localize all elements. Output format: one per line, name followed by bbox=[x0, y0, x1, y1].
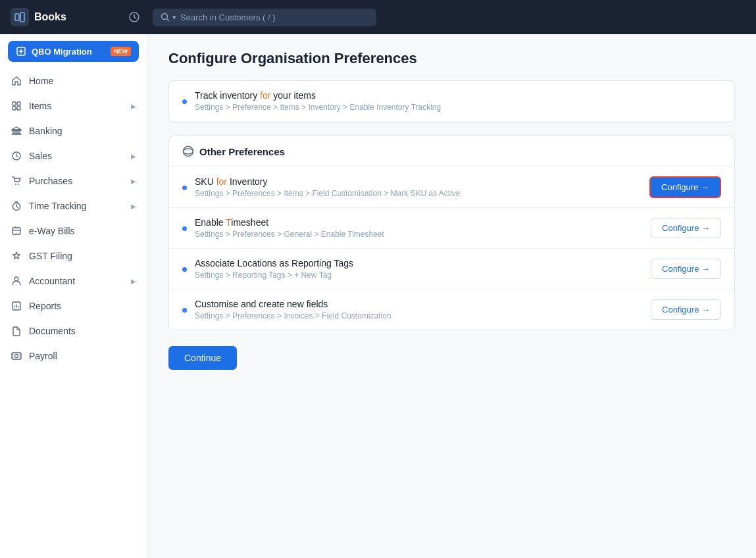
sidebar-item-eway-bills[interactable]: e-Way Bills bbox=[0, 218, 147, 243]
custom-fields-path: Settings > Preferences > Invoices > Fiel… bbox=[195, 311, 643, 320]
items-icon bbox=[11, 100, 22, 112]
main-layout: QBO Migration NEW Home Items ▶ Banking bbox=[0, 34, 756, 558]
qbo-icon bbox=[16, 46, 26, 57]
sku-for-highlight: for bbox=[216, 176, 227, 187]
svg-rect-0 bbox=[15, 14, 19, 20]
sidebar-sales-label: Sales bbox=[29, 151, 124, 161]
svg-point-22 bbox=[184, 147, 193, 157]
svg-point-3 bbox=[162, 14, 168, 20]
sku-path: Settings > Preferences > Items > Field C… bbox=[195, 189, 642, 198]
sidebar-payroll-label: Payroll bbox=[29, 351, 136, 361]
track-title: Track inventory for your items bbox=[195, 90, 721, 101]
purchases-chevron: ▶ bbox=[131, 178, 136, 185]
reports-icon bbox=[11, 300, 22, 312]
svg-point-14 bbox=[18, 184, 19, 185]
other-pref-icon bbox=[182, 145, 194, 157]
custom-fields-content: Customise and create new fields Settings… bbox=[195, 299, 643, 320]
new-badge: NEW bbox=[111, 47, 131, 56]
configure-sku-button[interactable]: Configure → bbox=[649, 176, 721, 198]
track-inventory-row: Track inventory for your items Settings … bbox=[169, 81, 734, 122]
svg-point-20 bbox=[15, 355, 18, 358]
track-dot bbox=[182, 99, 187, 104]
svg-rect-10 bbox=[16, 130, 17, 134]
sku-dot bbox=[182, 186, 187, 190]
locations-content: Associate Locations as Reporting Tags Se… bbox=[195, 258, 643, 280]
accountant-icon bbox=[11, 275, 22, 287]
timesheet-t-highlight: T bbox=[226, 217, 231, 228]
pref-row-locations: Associate Locations as Reporting Tags Se… bbox=[169, 249, 734, 290]
documents-icon bbox=[11, 325, 22, 337]
gst-icon bbox=[11, 250, 22, 262]
svg-rect-9 bbox=[13, 130, 14, 134]
sales-icon bbox=[11, 150, 22, 162]
svg-rect-1 bbox=[20, 13, 24, 22]
timesheet-path: Settings > Preferences > General > Enabl… bbox=[195, 230, 643, 239]
timetracking-chevron: ▶ bbox=[131, 203, 136, 210]
accountant-chevron: ▶ bbox=[131, 278, 136, 285]
timesheet-content: Enable Timesheet Settings > Preferences … bbox=[195, 217, 643, 239]
locations-title: Associate Locations as Reporting Tags bbox=[195, 258, 643, 268]
locations-path: Settings > Reporting Tags > + New Tag bbox=[195, 270, 643, 280]
sidebar-gst-label: GST Filing bbox=[29, 251, 136, 261]
sidebar-item-sales[interactable]: Sales ▶ bbox=[0, 143, 147, 168]
banking-icon bbox=[11, 125, 22, 137]
sidebar-item-accountant[interactable]: Accountant ▶ bbox=[0, 268, 147, 293]
sidebar-item-home[interactable]: Home bbox=[0, 68, 147, 93]
sku-title: SKU for Inventory bbox=[195, 176, 642, 187]
history-button[interactable] bbox=[124, 7, 145, 28]
sidebar-item-purchases[interactable]: Purchases ▶ bbox=[0, 168, 147, 193]
track-inventory-card: Track inventory for your items Settings … bbox=[168, 80, 735, 122]
time-tracking-icon bbox=[11, 200, 22, 212]
pref-row-timesheet: Enable Timesheet Settings > Preferences … bbox=[169, 208, 734, 249]
sidebar-item-gst-filing[interactable]: GST Filing bbox=[0, 243, 147, 268]
sidebar-item-banking[interactable]: Banking bbox=[0, 118, 147, 143]
sidebar-home-label: Home bbox=[29, 76, 136, 86]
timesheet-dot bbox=[182, 226, 187, 231]
other-pref-title: Other Preferences bbox=[199, 146, 285, 157]
other-preferences-card: Other Preferences SKU for Inventory Sett… bbox=[168, 136, 735, 330]
sidebar-item-payroll[interactable]: Payroll bbox=[0, 343, 147, 368]
custom-fields-dot bbox=[182, 308, 187, 313]
search-dropdown[interactable]: ▾ bbox=[161, 13, 176, 22]
search-bar[interactable]: ▾ bbox=[153, 9, 376, 26]
sidebar-item-reports[interactable]: Reports bbox=[0, 293, 147, 318]
svg-rect-19 bbox=[12, 353, 21, 359]
search-input[interactable] bbox=[180, 13, 368, 22]
payroll-icon bbox=[11, 350, 22, 362]
sales-chevron: ▶ bbox=[131, 153, 136, 160]
sidebar-items-label: Items bbox=[29, 101, 124, 111]
sidebar-item-items[interactable]: Items ▶ bbox=[0, 93, 147, 118]
custom-fields-title: Customise and create new fields bbox=[195, 299, 643, 309]
sidebar-accountant-label: Accountant bbox=[29, 276, 124, 286]
sidebar-banking-label: Banking bbox=[29, 126, 136, 136]
content-area: Configure Organisation Preferences Track… bbox=[147, 34, 756, 558]
sidebar-item-time-tracking[interactable]: Time Tracking ▶ bbox=[0, 193, 147, 218]
track-content: Track inventory for your items Settings … bbox=[195, 90, 721, 112]
sidebar-item-qbo-migration[interactable]: QBO Migration NEW bbox=[8, 41, 139, 62]
configure-locations-button[interactable]: Configure → bbox=[651, 259, 721, 279]
svg-rect-6 bbox=[17, 102, 20, 105]
svg-rect-5 bbox=[13, 102, 16, 105]
brand-logo: Books bbox=[11, 8, 116, 26]
svg-point-17 bbox=[14, 277, 18, 281]
sidebar-item-documents[interactable]: Documents bbox=[0, 318, 147, 343]
eway-icon bbox=[11, 225, 22, 237]
other-pref-header: Other Preferences bbox=[169, 136, 734, 167]
svg-point-13 bbox=[15, 184, 16, 185]
pref-row-sku: SKU for Inventory Settings > Preferences… bbox=[169, 167, 734, 208]
sidebar-documents-label: Documents bbox=[29, 326, 136, 336]
pref-row-custom-fields: Customise and create new fields Settings… bbox=[169, 290, 734, 330]
sidebar-eway-label: e-Way Bills bbox=[29, 226, 136, 236]
track-highlight: for bbox=[260, 90, 270, 101]
purchases-icon bbox=[11, 175, 22, 187]
qbo-label: QBO Migration bbox=[32, 47, 105, 57]
items-chevron: ▶ bbox=[131, 103, 136, 110]
sidebar-reports-label: Reports bbox=[29, 301, 136, 311]
configure-custom-fields-button[interactable]: Configure → bbox=[651, 299, 721, 320]
svg-rect-16 bbox=[13, 228, 20, 234]
svg-rect-11 bbox=[18, 130, 20, 134]
sidebar: QBO Migration NEW Home Items ▶ Banking bbox=[0, 34, 147, 558]
configure-timesheet-button[interactable]: Configure → bbox=[651, 218, 721, 238]
continue-button[interactable]: Continue bbox=[168, 346, 237, 370]
track-path: Settings > Preference > Items > Inventor… bbox=[195, 103, 721, 112]
